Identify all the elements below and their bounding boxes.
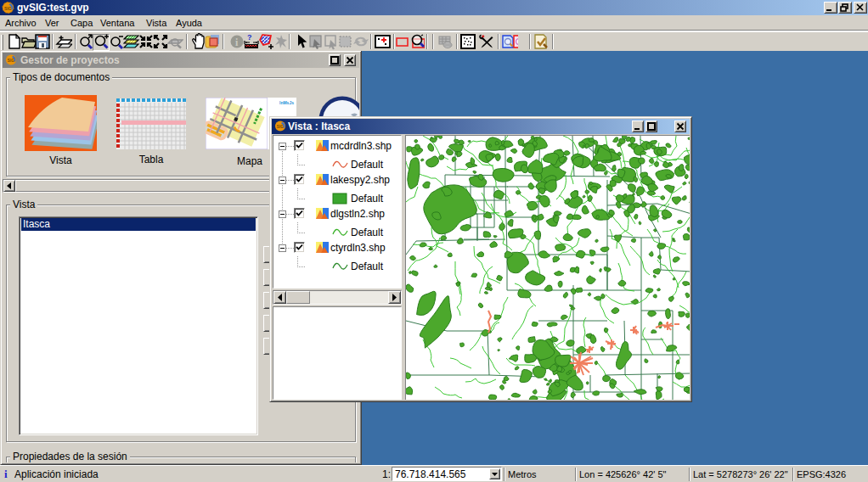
svg-text:SIG: SIG xyxy=(4,6,12,11)
svg-text:SIG: SIG xyxy=(277,125,284,129)
svg-text:i: i xyxy=(4,468,8,480)
svg-text:lnMsJs: lnMsJs xyxy=(279,100,294,105)
svg-text:SIG: SIG xyxy=(8,59,14,63)
svg-text:?: ? xyxy=(247,33,252,42)
